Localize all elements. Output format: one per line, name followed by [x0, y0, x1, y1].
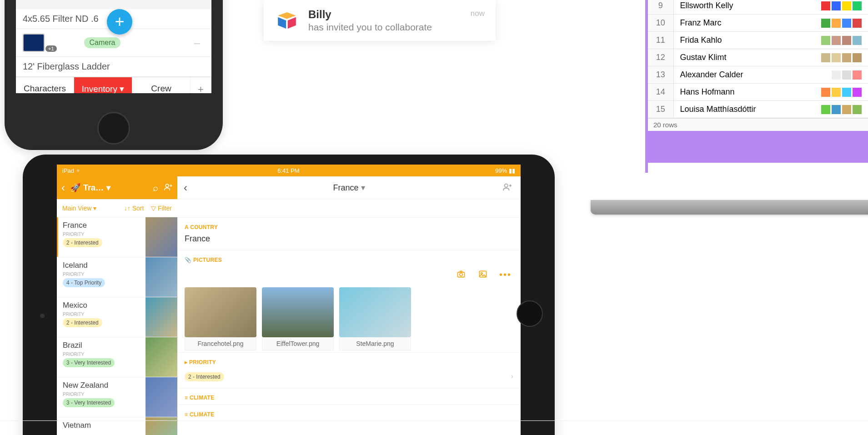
list-item[interactable]: France PRIORITY 2 - Interested [57, 217, 177, 257]
ipad-sidebar-list[interactable]: France PRIORITY 2 - Interested Iceland P… [57, 217, 177, 435]
list-item[interactable]: Iceland PRIORITY 4 - Top Priority [57, 257, 177, 297]
row-number: 14 [648, 84, 673, 101]
ipad-camera [40, 314, 45, 318]
artist-name: Alexander Calder [673, 66, 815, 84]
list-item-label: PRIORITY [63, 352, 141, 357]
gallery-icon[interactable] [477, 270, 488, 281]
list-item-thumbnail [146, 217, 177, 257]
pictures-row: Francehotel.png EiffelTower.png SteMarie… [177, 284, 521, 352]
tab-add[interactable]: + [191, 77, 211, 93]
artist-name: Frida Kahlo [673, 32, 815, 49]
list-item[interactable]: Vietnam [57, 417, 177, 435]
table-row[interactable]: 14 Hans Hofmann [648, 84, 868, 101]
tab-inventory[interactable]: Inventory ▾ [74, 77, 132, 93]
list-item-thumbnail [146, 257, 177, 297]
detail-back-icon[interactable]: ‹ [184, 181, 187, 194]
tab-characters[interactable]: Characters [16, 77, 74, 93]
country-value[interactable]: France [177, 234, 521, 250]
chevron-down-icon: ▾ [106, 183, 110, 193]
table-row[interactable]: 12 Gustav Klimt [648, 49, 868, 66]
table-row[interactable]: 9 Ellsworth Kelly [648, 0, 868, 15]
camera-icon[interactable] [456, 270, 467, 281]
list-item[interactable]: Mexico PRIORITY 2 - Interested [57, 297, 177, 337]
row-ladder[interactable]: 12' Fiberglass Ladder [16, 57, 211, 77]
artwork-swatches [815, 32, 868, 49]
table-row[interactable]: 13 Alexander Calder [648, 66, 868, 84]
artist-name: Louisa Matthíasdóttir [673, 101, 815, 118]
share-icon[interactable] [164, 182, 173, 193]
list-item-label: PRIORITY [63, 392, 141, 397]
list-item-thumbnail [146, 417, 177, 435]
row-number: 15 [648, 101, 673, 118]
ipad-statusbar: iPad ᯤ 6:41 PM 99% ▮▮ [57, 165, 521, 176]
list-item[interactable]: Brazil PRIORITY 3 - Very Interested [57, 337, 177, 377]
table-row[interactable]: 10 Franz Marc [648, 15, 868, 32]
picture-caption: EiffelTower.png [262, 337, 334, 350]
list-item-chip: 2 - Interested [63, 318, 102, 327]
row-number: 9 [648, 0, 673, 15]
svg-marker-0 [278, 12, 296, 19]
search-icon[interactable]: ⌕ [153, 183, 158, 193]
back-chevron-icon[interactable]: ‹ [61, 181, 65, 194]
ipad-detail-pane[interactable]: A COUNTRY France 📎 PICTURES ••• Franceho… [177, 217, 521, 435]
list-item-chip: 2 - Interested [63, 238, 102, 247]
picture-item[interactable]: EiffelTower.png [262, 287, 334, 350]
row-number: 13 [648, 66, 673, 84]
table-row[interactable]: 15 Louisa Matthíasdóttir [648, 101, 868, 118]
section-country-header: A COUNTRY [177, 217, 521, 234]
detail-title[interactable]: France [333, 183, 358, 192]
base-title[interactable]: Tra… [83, 183, 104, 193]
iphone-tabs: Characters Inventory ▾ Crew + [16, 77, 211, 93]
picture-item[interactable]: SteMarie.png [339, 287, 411, 350]
view-selector[interactable]: Main View ▾ [62, 205, 96, 212]
priority-chip: 2 - Interested [185, 372, 224, 381]
iphone-device: 4x5.65 Filter ND .6 +1 Camera – 12' Fibe… [5, 0, 223, 150]
filter-button[interactable]: ▽ Filter [151, 205, 172, 212]
artist-name: Gustav Klimt [673, 49, 815, 66]
camera-tag[interactable]: Camera [84, 37, 121, 48]
artwork-swatches [815, 84, 868, 101]
attachment-thumbnail [23, 34, 45, 52]
status-battery: 99% ▮▮ [495, 167, 515, 174]
picture-item[interactable]: Francehotel.png [185, 287, 256, 350]
text-field-icon: ≡ [185, 411, 188, 418]
chevron-down-icon: ▾ [120, 84, 124, 93]
svg-marker-1 [278, 17, 286, 29]
priority-row[interactable]: 2 - Interested › [177, 369, 521, 388]
section-pictures-header: 📎 PICTURES [177, 250, 521, 267]
list-item[interactable]: New Zealand PRIORITY 3 - Very Interested [57, 377, 177, 417]
artist-name: Hans Hofmann [673, 84, 815, 101]
collaborators-icon[interactable] [502, 182, 512, 194]
artist-name: Ellsworth Kelly [673, 0, 815, 15]
tab-crew[interactable]: Crew [132, 77, 191, 93]
add-fab-button[interactable]: + [107, 9, 132, 35]
table-row[interactable]: 11 Frida Kahlo [648, 32, 868, 49]
picture-caption: Francehotel.png [185, 337, 256, 350]
ipad-home-button[interactable] [517, 300, 543, 327]
svg-point-8 [481, 273, 482, 274]
list-item-chip: 3 - Very Interested [63, 358, 115, 367]
picture-caption: SteMarie.png [339, 337, 411, 350]
row-number: 10 [648, 15, 673, 32]
laptop-base [591, 200, 868, 215]
attachment-icon: 📎 [185, 257, 191, 263]
ipad-topbar: ‹ 🚀 Tra… ▾ ⌕ ‹ France ▾ [57, 176, 521, 199]
row-dash: – [194, 36, 200, 49]
sort-button[interactable]: ↓↑ Sort [124, 205, 144, 212]
list-item-title: Vietnam [63, 421, 141, 430]
list-item-chip: 3 - Very Interested [63, 398, 115, 407]
wifi-icon: ᯤ [76, 167, 82, 174]
picture-thumbnail [262, 287, 334, 337]
collab-notification[interactable]: Billy has invited you to collaborate now [264, 0, 496, 41]
page-separator [0, 420, 868, 421]
artist-name: Franz Marc [673, 15, 815, 32]
iphone-home-button[interactable] [97, 112, 130, 145]
more-icon[interactable]: ••• [499, 270, 512, 281]
text-field-icon: A [185, 224, 189, 230]
svg-point-6 [460, 273, 463, 276]
artists-table: 6 Thornton Willis 7 Miya Ando 8 Barnett … [648, 0, 868, 118]
row-number: 12 [648, 49, 673, 66]
list-item-title: New Zealand [63, 381, 141, 390]
row-number: 11 [648, 32, 673, 49]
status-carrier: iPad ᯤ [62, 167, 82, 174]
